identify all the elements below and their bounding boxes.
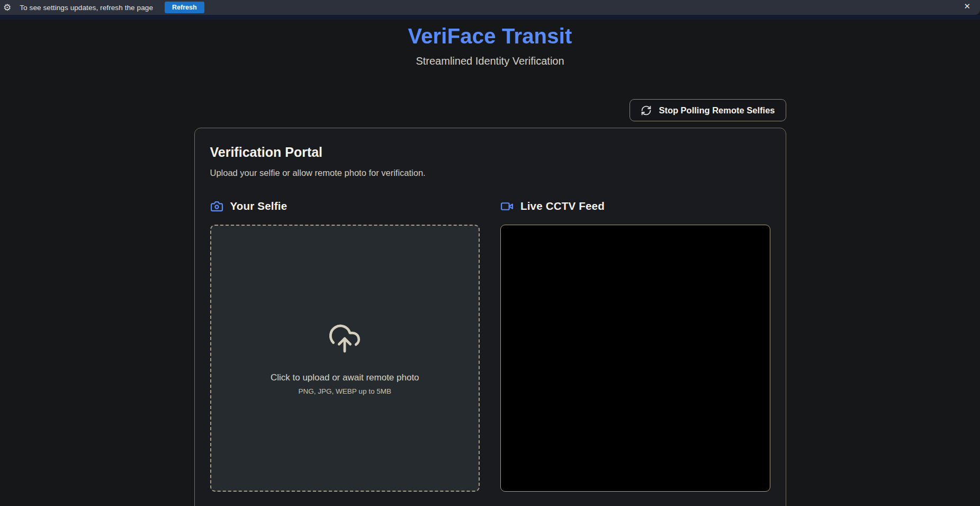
notification-message: To see settings updates, refresh the pag… — [20, 4, 153, 12]
settings-notification-bar: ⚙ To see settings updates, refresh the p… — [0, 0, 980, 15]
camera-icon — [210, 200, 223, 213]
selfie-heading: Your Selfie — [230, 200, 287, 212]
upload-prompt: Click to upload or await remote photo — [271, 372, 419, 383]
stop-polling-button[interactable]: Stop Polling Remote Selfies — [630, 99, 786, 121]
cctv-video-feed — [500, 225, 770, 492]
selfie-upload-dropzone[interactable]: Click to upload or await remote photo PN… — [210, 225, 480, 492]
app-header: VeriFace Transit Streamlined Identity Ve… — [0, 24, 980, 67]
window-top-strip — [0, 15, 980, 20]
refresh-button[interactable]: Refresh — [165, 2, 204, 13]
upload-hint: PNG, JPG, WEBP up to 5MB — [299, 387, 391, 395]
video-camera-icon — [500, 200, 514, 213]
cctv-panel-header: Live CCTV Feed — [500, 199, 770, 213]
selfie-panel-header: Your Selfie — [210, 199, 480, 213]
content-column: Stop Polling Remote Selfies Verification… — [194, 99, 786, 506]
cctv-heading: Live CCTV Feed — [520, 200, 605, 212]
selfie-panel: Your Selfie Click to upload or await rem… — [210, 199, 480, 492]
gear-icon: ⚙ — [3, 3, 11, 12]
page-title: VeriFace Transit — [0, 24, 980, 48]
portal-description: Upload your selfie or allow remote photo… — [210, 166, 770, 179]
cctv-panel: Live CCTV Feed — [500, 199, 770, 492]
page-subtitle: Streamlined Identity Verification — [0, 55, 980, 67]
sync-icon — [641, 105, 652, 116]
verification-portal-card: Verification Portal Upload your selfie o… — [194, 128, 786, 506]
stop-polling-label: Stop Polling Remote Selfies — [659, 105, 775, 116]
panel-grid: Your Selfie Click to upload or await rem… — [210, 199, 770, 492]
portal-title: Verification Portal — [210, 144, 770, 160]
close-icon[interactable]: ✕ — [964, 2, 970, 10]
toolbar: Stop Polling Remote Selfies — [194, 99, 786, 121]
upload-cloud-icon — [328, 322, 362, 358]
